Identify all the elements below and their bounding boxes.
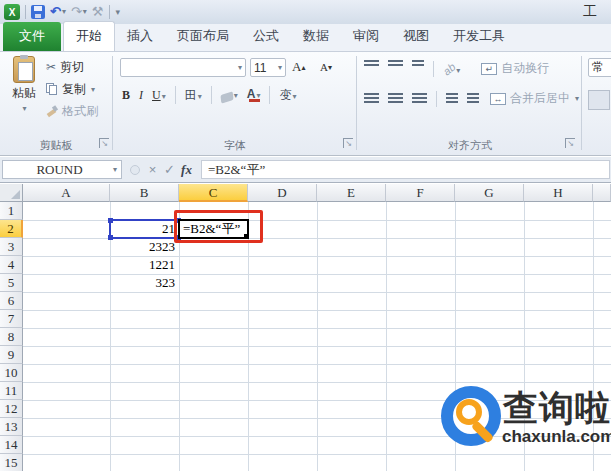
column-header-partial[interactable] <box>593 184 611 202</box>
separator <box>211 86 212 104</box>
phonetic-guide-button[interactable]: 变▾ <box>279 87 296 104</box>
name-box[interactable]: ROUND ▾ <box>2 160 122 179</box>
cut-button[interactable]: ✂ 剪切 <box>46 56 98 78</box>
copy-icon <box>46 83 58 95</box>
row-header-12[interactable]: 12 <box>0 400 23 418</box>
align-center-button[interactable] <box>388 93 403 104</box>
paste-clipboard-icon <box>13 56 35 83</box>
cancel-button[interactable]: × <box>144 162 161 177</box>
align-middle-button[interactable] <box>388 60 403 67</box>
number-format-combo[interactable]: 常 <box>588 58 611 77</box>
format-painter-button[interactable]: 格式刷 <box>46 100 98 122</box>
separator <box>109 5 110 19</box>
tab-数据[interactable]: 数据 <box>291 22 341 51</box>
paint-bucket-icon <box>220 91 233 103</box>
decrease-indent-button[interactable] <box>446 93 458 104</box>
wrap-text-button[interactable]: ↵ 自动换行 <box>481 60 549 77</box>
tab-公式[interactable]: 公式 <box>241 22 291 51</box>
tools-icon[interactable]: ⚒ <box>92 5 104 19</box>
merge-center-label: 合并后居中 <box>510 90 570 107</box>
insert-function-button[interactable]: fx <box>178 162 195 178</box>
row-header-7[interactable]: 7 <box>0 310 23 328</box>
reference-handle <box>108 218 113 223</box>
row-header-2[interactable]: 2 <box>0 220 23 238</box>
select-all-corner[interactable] <box>0 184 23 202</box>
align-bottom-button[interactable] <box>412 60 424 67</box>
copy-label: 复制 <box>62 81 86 98</box>
align-left-button[interactable] <box>364 93 379 104</box>
caret-up-icon: ▴ <box>301 63 305 72</box>
grow-font-button[interactable]: A▴ <box>292 57 305 77</box>
clipboard-dialog-launcher[interactable]: ↘ <box>99 138 109 148</box>
cell-B4[interactable]: 1221 <box>110 256 179 274</box>
save-icon[interactable] <box>31 5 45 19</box>
row-header-4[interactable]: 4 <box>0 256 23 274</box>
align-right-button[interactable] <box>412 93 427 104</box>
formula-input[interactable]: =B2&“平” <box>201 160 610 179</box>
customize-qat-icon[interactable]: ▾ <box>115 5 121 19</box>
row-header-10[interactable]: 10 <box>0 364 23 382</box>
row-header-15[interactable]: 15 <box>0 454 23 471</box>
fill-color-button[interactable]: ▾ <box>221 91 238 100</box>
grow-font-label: A <box>292 59 301 75</box>
cell-B3[interactable]: 2323 <box>110 238 179 256</box>
row-header-8[interactable]: 8 <box>0 328 23 346</box>
increase-indent-button[interactable] <box>467 93 479 104</box>
row-header-13[interactable]: 13 <box>0 418 23 436</box>
chevron-down-icon: ▾ <box>278 63 282 72</box>
tab-开发工具[interactable]: 开发工具 <box>441 22 517 51</box>
borders-icon: 田 <box>185 88 197 102</box>
column-header-A[interactable]: A <box>23 184 110 202</box>
column-header-G[interactable]: G <box>455 184 524 202</box>
tab-开始[interactable]: 开始 <box>63 21 115 51</box>
chevron-down-icon: ▾ <box>234 91 238 100</box>
column-header-C[interactable]: C <box>179 184 248 202</box>
gridline-v <box>317 202 318 471</box>
undo-button[interactable]: ↶▾ <box>50 5 66 19</box>
column-header-F[interactable]: F <box>386 184 455 202</box>
bold-button[interactable]: B <box>122 88 130 103</box>
clipboard-group-label: 剪贴板 <box>14 138 98 153</box>
row-header-3[interactable]: 3 <box>0 238 23 256</box>
row-header-9[interactable]: 9 <box>0 346 23 364</box>
column-header-H[interactable]: H <box>524 184 593 202</box>
borders-button[interactable]: 田▾ <box>185 87 202 104</box>
tab-插入[interactable]: 插入 <box>115 22 165 51</box>
paste-button[interactable]: 粘贴 ▾ <box>6 56 42 136</box>
italic-button[interactable]: I <box>139 88 143 103</box>
redo-button[interactable]: ↷▾ <box>71 5 87 19</box>
row-header-11[interactable]: 11 <box>0 382 23 400</box>
tab-页面布局[interactable]: 页面布局 <box>165 22 241 51</box>
row-header-14[interactable]: 14 <box>0 436 23 454</box>
column-header-E[interactable]: E <box>317 184 386 202</box>
tab-视图[interactable]: 视图 <box>391 22 441 51</box>
merge-center-icon: ↔ <box>490 93 506 105</box>
name-box-value: ROUND <box>7 162 112 178</box>
chevron-down-icon: ▾ <box>22 104 26 113</box>
watermark-brand: 查询啦 <box>503 385 611 432</box>
font-name-combo[interactable]: ▾ <box>120 58 246 77</box>
accounting-format-button[interactable] <box>588 90 610 110</box>
tab-审阅[interactable]: 审阅 <box>341 22 391 51</box>
excel-app-icon[interactable]: X <box>4 4 20 20</box>
column-header-D[interactable]: D <box>248 184 317 202</box>
column-header-B[interactable]: B <box>110 184 179 202</box>
row-header-5[interactable]: 5 <box>0 274 23 292</box>
underline-button[interactable]: U▾ <box>152 88 166 103</box>
enter-button[interactable]: ✓ <box>161 162 178 177</box>
orientation-button[interactable]: ab▾ <box>443 62 460 76</box>
tab-file[interactable]: 文件 <box>3 22 61 51</box>
font-dialog-launcher[interactable]: ↘ <box>343 138 353 148</box>
align-top-button[interactable] <box>364 60 379 67</box>
gridline-v <box>386 202 387 471</box>
row-header-1[interactable]: 1 <box>0 202 23 220</box>
font-color-button[interactable]: A▾ <box>247 87 261 104</box>
shrink-font-button[interactable]: A▾ <box>320 57 332 77</box>
merge-center-button[interactable]: ↔ 合并后居中 ▾ <box>490 90 579 107</box>
cell-B5[interactable]: 323 <box>110 274 179 292</box>
font-size-combo[interactable]: 11▾ <box>250 58 286 77</box>
row-header-6[interactable]: 6 <box>0 292 23 310</box>
alignment-dialog-launcher[interactable]: ↘ <box>565 138 575 148</box>
group-separator <box>112 56 113 150</box>
copy-button[interactable]: 复制 ▾ <box>46 78 98 100</box>
